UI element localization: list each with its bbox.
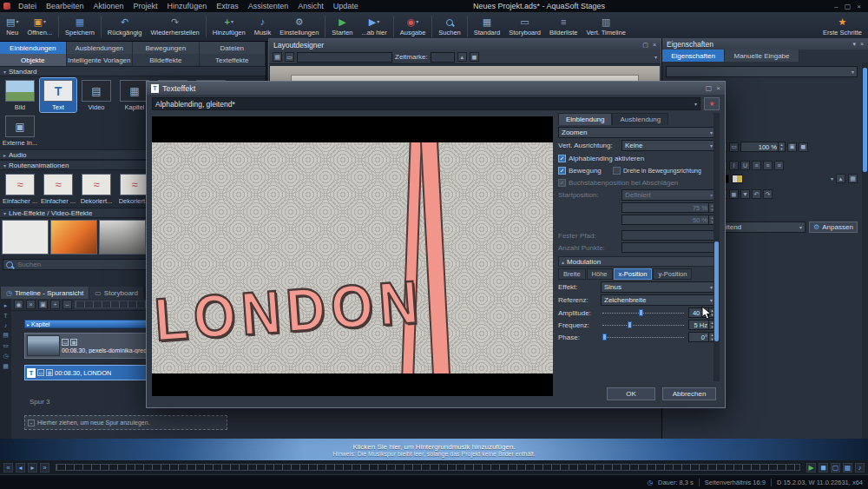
scrollbar-thumb[interactable] (714, 241, 719, 340)
close-icon[interactable]: × (860, 41, 864, 48)
fill-color-swatch[interactable] (732, 175, 743, 183)
section-standard[interactable]: ▾ Standard (0, 66, 266, 76)
tab-manuelle-eingabe[interactable]: Manuelle Eingabe (725, 50, 799, 62)
tab-timeline-spuransicht[interactable]: ◷ Timeline - Spuransicht (1, 287, 89, 299)
save-button[interactable]: ▦ Speichern (61, 13, 99, 40)
duplicate-icon[interactable]: ▣ (38, 300, 48, 309)
menu-datei[interactable]: Datei (14, 2, 41, 10)
vert-alignment-dropdown[interactable]: Keine ▾ (621, 140, 716, 151)
menu-update[interactable]: Update (329, 2, 363, 10)
anpassen-button[interactable]: ⚙ Anpassen (809, 221, 858, 233)
tab-storyboard[interactable]: ▭ Storyboard (89, 287, 143, 299)
text-tool-icon[interactable]: T (3, 313, 7, 319)
film-tool-icon[interactable]: ▤ (3, 332, 9, 339)
menu-aktionen[interactable]: Aktionen (89, 2, 128, 10)
cancel-button[interactable]: Abbrechen (662, 387, 716, 400)
tab-eigenschaften[interactable]: Eigenschaften (662, 50, 725, 62)
close-icon[interactable]: × (716, 84, 720, 92)
search-button[interactable]: Suchen (434, 13, 464, 40)
route-einfach-1[interactable]: ≈ Einfacher ... (2, 172, 38, 206)
play-icon[interactable]: ▶ (806, 463, 816, 472)
tab-hoehe[interactable]: Höhe (587, 268, 613, 280)
referenz-dropdown[interactable]: Zeichenbreite ▾ (601, 294, 716, 306)
maximize-icon[interactable]: ▢ (845, 3, 852, 10)
close-icon[interactable]: × (653, 42, 656, 49)
properties-scrollbar[interactable] (862, 63, 868, 439)
open-button[interactable]: ▣▾ Öffnen... (23, 13, 56, 40)
flag-icon[interactable]: ▴ (457, 52, 467, 62)
tab-dateien[interactable]: Dateien (200, 42, 266, 54)
minimize-icon[interactable]: – (834, 3, 838, 10)
tab-bildeffekte[interactable]: Bildeffekte (133, 54, 200, 66)
modulation-header[interactable]: ▴ Modulation (558, 256, 716, 267)
frequenz-slider[interactable] (601, 320, 686, 329)
ok-button[interactable]: OK (607, 387, 655, 400)
phase-stepper[interactable]: 0° ▲▼ (688, 332, 716, 342)
first-steps-button[interactable]: ★ Erste Schritte (819, 13, 866, 40)
menu-hinzufuegen[interactable]: Hinzufügen (163, 2, 212, 10)
step-forward-icon[interactable]: ▸ (28, 463, 37, 472)
tab-ausblendungen[interactable]: Ausblendungen (67, 42, 134, 54)
view-imagelist-button[interactable]: ≡ Bilderliste (545, 13, 582, 40)
view-storyboard-button[interactable]: ▭ Storyboard (504, 13, 545, 40)
magnet-icon[interactable]: ◉ (14, 300, 23, 309)
tab-texteffekte[interactable]: Texteffekte (200, 54, 266, 66)
grid-icon[interactable]: ▦ (273, 52, 282, 62)
tab-x-position[interactable]: x-Position (614, 268, 653, 280)
dialog-titlebar[interactable]: T Texteffekt ▢ × (147, 82, 725, 95)
align-center-icon[interactable]: ≡ (763, 161, 773, 170)
layout-input[interactable] (297, 52, 392, 63)
effect-preset-dropdown[interactable]: Alphablending, gleitend* ▾ (152, 97, 700, 110)
zeitmarke-field[interactable] (431, 52, 455, 63)
menu-bearbeiten[interactable]: Bearbeiten (42, 2, 89, 10)
drehen-checkbox[interactable] (613, 167, 621, 175)
wrap-icon[interactable]: ↶ (752, 189, 761, 199)
split-tool-icon[interactable]: ▭ (3, 342, 9, 349)
phase-slider[interactable] (601, 333, 686, 341)
undo-button[interactable]: ↶ Rückgängig (103, 13, 147, 40)
properties-dropdown[interactable]: ▾ (666, 66, 858, 77)
tab-y-position[interactable]: y-Position (653, 268, 692, 280)
object-bild[interactable]: Bild (2, 78, 38, 112)
valign-bottom-icon[interactable]: ▼ (740, 189, 750, 199)
bewegung-checkbox[interactable]: ✓ (558, 167, 566, 175)
amplitude-slider[interactable] (601, 308, 686, 317)
clock-tool-icon[interactable]: ◷ (3, 353, 8, 360)
stop-icon[interactable]: ◼ (819, 463, 828, 472)
step-back-icon[interactable]: ◂ (16, 463, 25, 472)
hand-icon[interactable]: ◼ (470, 52, 479, 62)
fullscreen-icon[interactable]: ▢ (831, 463, 840, 472)
export-button[interactable]: ◉▾ Ausgabe (396, 13, 431, 40)
zoom-in-icon[interactable]: + (50, 300, 60, 309)
grid-icon[interactable]: ▦ (843, 463, 852, 472)
object-text[interactable]: T Text (40, 78, 76, 112)
lock-icon[interactable]: ◼ (799, 142, 808, 152)
valign-middle-icon[interactable]: ◼ (729, 189, 739, 199)
pin-icon[interactable]: ▾ (852, 41, 856, 48)
live-effect-thumbnail[interactable] (99, 220, 146, 254)
tab-objekte[interactable]: Objekte (0, 54, 67, 66)
menu-assistenten[interactable]: Assistenten (244, 2, 293, 10)
italic-icon[interactable]: I (729, 161, 739, 170)
chevron-down-icon[interactable]: ▾ (654, 54, 657, 60)
music-track-hint[interactable]: Klicken Sie hier, um Hintergrundmusik hi… (0, 439, 868, 460)
seek-strip[interactable] (56, 464, 800, 471)
board-icon[interactable]: ▭ (285, 52, 294, 62)
close-icon[interactable]: × (857, 3, 861, 10)
maximize-icon[interactable]: ▢ (642, 42, 648, 49)
alphablending-checkbox[interactable]: ✓ (558, 155, 566, 162)
align-left-icon[interactable]: ≡ (752, 161, 761, 170)
play-from-here-button[interactable]: ▶▾ ...ab hier (358, 13, 391, 40)
music-button[interactable]: ♪ Musik (250, 13, 276, 40)
tab-einblendungen[interactable]: Einblendungen (0, 42, 67, 54)
gradient-icon[interactable]: ▦ (848, 174, 858, 183)
settings-button[interactable]: ⚙ Einstellungen (275, 13, 323, 40)
tab-intelligente-vorlagen[interactable]: Intelligente Vorlagen (67, 54, 134, 66)
preset-manager-button[interactable]: ★ (704, 97, 720, 110)
underline-icon[interactable]: U (740, 161, 750, 170)
link-icon[interactable]: ▣ (787, 142, 797, 152)
live-effect-thumbnail[interactable] (50, 220, 97, 254)
music-tool-icon[interactable]: ♪ (4, 322, 8, 328)
select-tool-icon[interactable]: ▸ (4, 302, 8, 309)
menu-extras[interactable]: Extras (212, 2, 243, 10)
